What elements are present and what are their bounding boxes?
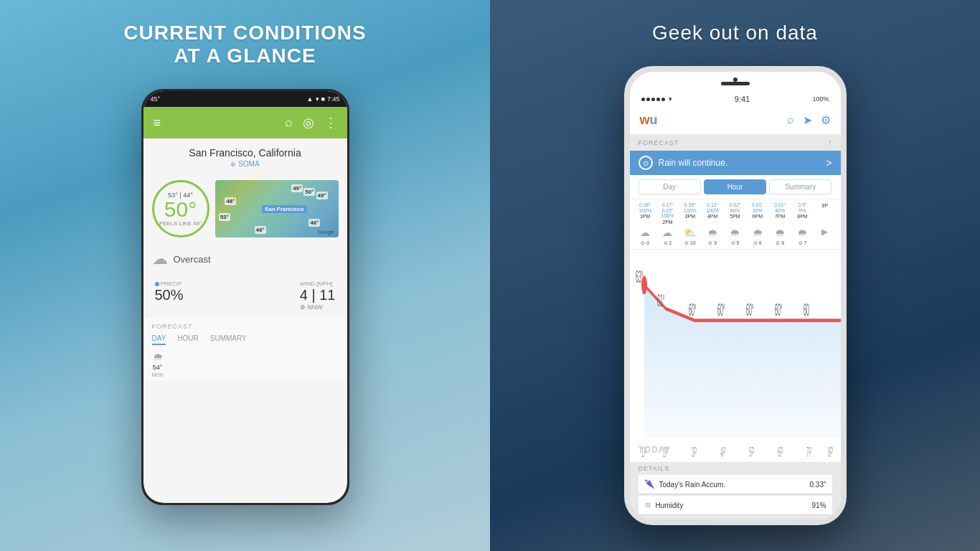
hourly-wind-5: ⊙ 9 bbox=[724, 240, 746, 246]
iphone-time: 9:41 bbox=[735, 95, 750, 103]
forecast-temp-1: 54° bbox=[153, 364, 163, 371]
tab-hour[interactable]: Hour bbox=[704, 179, 766, 194]
hourly-wind-4: ⊙ 9 bbox=[701, 240, 723, 246]
hourly-time-5: 5PM bbox=[730, 214, 740, 219]
hourly-icon-4: 🌧 bbox=[701, 227, 723, 238]
chart-temp-label-60b: 60° bbox=[717, 301, 725, 320]
hourly-time-8: 8PM bbox=[797, 214, 807, 219]
rain-accum-value: 0.33" bbox=[809, 481, 826, 489]
hourly-precip-5: 0.02"90% bbox=[729, 202, 740, 213]
map-temp-3: 50° bbox=[303, 188, 315, 196]
location-sub: ⊕ SOMA bbox=[151, 160, 340, 168]
speaker bbox=[721, 82, 750, 85]
chart-time-6p: 6P bbox=[778, 445, 783, 461]
left-panel: CURRENT CONDITIONS AT A GLANCE 45° ▲ ▾ ■… bbox=[0, 0, 490, 551]
humidity-value: 91% bbox=[811, 501, 826, 509]
hourly-precip-1: 0.08"100% bbox=[639, 202, 651, 213]
forecast-label-1: MON bbox=[152, 372, 164, 377]
chart-temp-label-60d: 60° bbox=[775, 301, 783, 320]
hourly-data: 0.08"100% 1PM 0.17"0.25"100% 2PM 0.35"10… bbox=[630, 199, 841, 250]
condition-icon: ☁ bbox=[152, 250, 168, 268]
share-icon[interactable]: ↑ bbox=[828, 138, 832, 148]
tab-day[interactable]: Day bbox=[639, 179, 701, 194]
android-status-bar: 45° ▲ ▾ ■ 7:45 bbox=[143, 91, 347, 107]
forecast-header-bar: FORECAST ↑ bbox=[630, 135, 841, 151]
tab-summary[interactable]: SUMMARY bbox=[210, 334, 247, 345]
tab-summary[interactable]: Summary bbox=[769, 179, 831, 194]
map-temp-5: 53° bbox=[219, 213, 230, 221]
details-label: DETAILS bbox=[639, 465, 832, 472]
android-toolbar[interactable]: ≡ ⌕ ◎ ⋮ bbox=[143, 107, 347, 138]
tab-day[interactable]: DAY bbox=[152, 334, 166, 345]
condition-row: ☁ Overcast bbox=[143, 244, 347, 275]
location-icon[interactable]: ◎ bbox=[303, 115, 314, 131]
map-temp-6: 46° bbox=[308, 219, 320, 227]
precip-label: PRECIP bbox=[155, 281, 182, 287]
hourly-time-4: 4PM bbox=[707, 214, 717, 219]
forecast-icon-1: 🌧 bbox=[153, 351, 163, 362]
iphone-location-icon[interactable]: ➤ bbox=[803, 113, 812, 127]
hourly-item-5: 0.02"90% 5PM bbox=[724, 202, 746, 225]
dot-4 bbox=[656, 98, 660, 101]
chart-time-7p: 7P bbox=[806, 445, 811, 461]
hourly-precip-4: 0.12"100% bbox=[706, 202, 719, 213]
chart-time-4p: 4P bbox=[720, 445, 725, 461]
signal-dots: ▾ bbox=[641, 95, 672, 103]
hourly-wind-8: ⊙ 7 bbox=[791, 240, 814, 246]
hourly-precip-2: 0.17"0.25"100% bbox=[661, 202, 674, 219]
dot-5 bbox=[661, 98, 665, 101]
hourly-time-6: 6PM bbox=[753, 214, 763, 219]
chart-temp-label-61: 61° bbox=[657, 292, 665, 311]
app-bar-icons[interactable]: ⌕ ➤ ⚙ bbox=[787, 113, 831, 127]
hourly-precip-6: 0.01"30% bbox=[752, 202, 763, 213]
hourly-time-9: 9P bbox=[822, 203, 829, 208]
menu-icon[interactable]: ≡ bbox=[154, 116, 161, 131]
right-panel-title: Geek out on data bbox=[652, 22, 818, 44]
today-label: TODAY bbox=[639, 445, 672, 455]
rain-accum-label: Today's Rain Accum. bbox=[659, 481, 726, 489]
forecast-header-label: FORECAST bbox=[639, 139, 679, 146]
precip-wind-row: PRECIP 50% WIND [MPH] 4 | 11 ⊕ NNW bbox=[143, 275, 347, 317]
iphone-settings-icon[interactable]: ⚙ bbox=[821, 113, 831, 127]
wind-direction: ⊕ NNW bbox=[300, 303, 323, 311]
hourly-time-1: 1PM bbox=[640, 214, 650, 219]
hourly-icon-2: ☁ bbox=[656, 227, 679, 238]
wu-logo: wu bbox=[640, 113, 658, 128]
hourly-icon-3: ⛅ bbox=[679, 227, 701, 238]
location-type-icon: ⊕ bbox=[230, 161, 236, 168]
iphone-inner: ▾ 9:41 100% wu ⌕ ➤ ⚙ FORECAST ↑ bbox=[630, 72, 841, 519]
hourly-precip-row: 0.08"100% 1PM 0.17"0.25"100% 2PM 0.35"10… bbox=[634, 202, 837, 225]
more-icon[interactable]: ⋮ bbox=[324, 115, 337, 131]
iphone-search-icon[interactable]: ⌕ bbox=[787, 113, 794, 127]
hourly-item-1: 0.08"100% 1PM bbox=[634, 202, 656, 225]
right-panel: Geek out on data ▾ 9:41 100% bbox=[490, 0, 980, 551]
hourly-wind-1: ⊙ 0 bbox=[634, 240, 656, 246]
forecast-tabs[interactable]: DAY HOUR SUMMARY bbox=[152, 334, 339, 345]
rain-icon: 🌂 bbox=[644, 479, 655, 489]
location-name: San Francisco, California bbox=[151, 147, 340, 159]
iphone-tabs[interactable]: Day Hour Summary bbox=[630, 175, 841, 199]
location-sublabel: SOMA bbox=[238, 160, 259, 168]
precip-section: PRECIP 50% bbox=[155, 281, 184, 311]
forecast-row: 🌧 54° MON bbox=[152, 351, 339, 377]
search-icon[interactable]: ⌕ bbox=[285, 115, 293, 131]
iphone-app-bar[interactable]: wu ⌕ ➤ ⚙ bbox=[630, 106, 841, 135]
rain-banner[interactable]: ⊙ Rain will continue. > bbox=[630, 151, 841, 175]
left-panel-title: CURRENT CONDITIONS AT A GLANCE bbox=[123, 22, 366, 67]
dot-2 bbox=[646, 98, 650, 101]
rain-banner-arrow[interactable]: > bbox=[826, 157, 831, 169]
tab-hour[interactable]: HOUR bbox=[177, 334, 198, 345]
dot-3 bbox=[651, 98, 655, 101]
iphone-status: ▾ 9:41 100% bbox=[630, 92, 841, 106]
wind-label: WIND [MPH] bbox=[300, 281, 333, 287]
map-temp-7: 48° bbox=[255, 226, 266, 234]
chart-svg: 63° 61° 60° 60° 60° 60° 60 1P 2P 3P 4P 5… bbox=[630, 250, 841, 462]
android-phone: 45° ▲ ▾ ■ 7:45 ≡ ⌕ ◎ ⋮ San Francisco bbox=[141, 89, 349, 505]
hourly-icon-9: ▶ bbox=[814, 227, 836, 238]
humidity-label: Humidity bbox=[656, 501, 684, 509]
hourly-time-2: 2PM bbox=[662, 220, 672, 225]
precip-value: 50% bbox=[155, 287, 184, 303]
hourly-item-7: 0.01"40% 7PM bbox=[768, 202, 791, 225]
temp-circle: 53° | 44° 50° FEELS LIKE 49° bbox=[152, 180, 209, 237]
hourly-wind-6: ⊙ 8 bbox=[746, 240, 768, 246]
